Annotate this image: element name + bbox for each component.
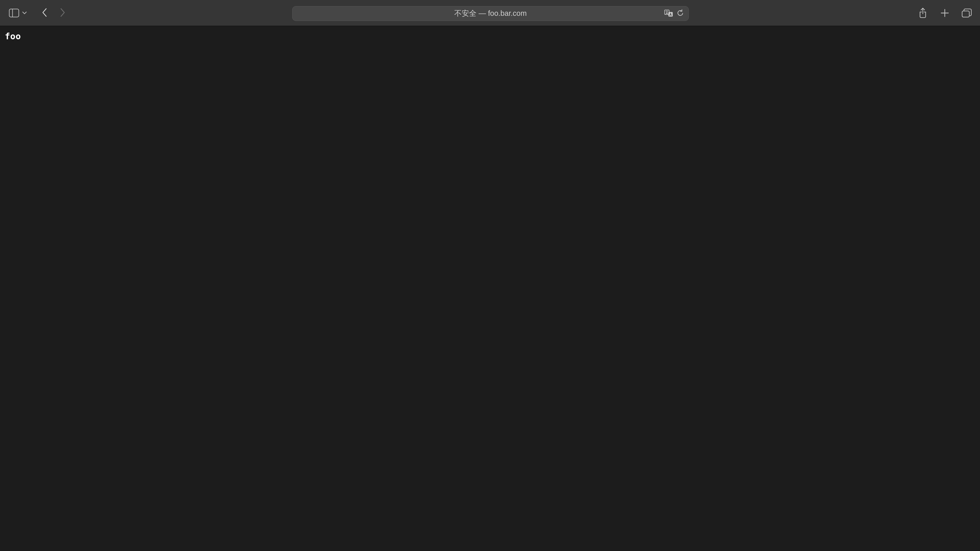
chevron-down-icon [22, 11, 27, 15]
address-domain: foo.bar.com [488, 9, 527, 17]
sidebar-toggle-group [8, 6, 27, 19]
translate-icon [664, 9, 673, 18]
reload-icon [677, 9, 684, 18]
share-icon [918, 7, 928, 19]
forward-button [58, 6, 68, 19]
back-button[interactable] [39, 6, 49, 19]
page-body-text: foo [5, 31, 21, 41]
new-tab-button[interactable] [938, 6, 952, 19]
svg-rect-8 [962, 11, 969, 17]
page-viewport: foo [0, 26, 980, 551]
address-bar-right-icons [663, 6, 686, 21]
translate-button[interactable] [663, 8, 674, 19]
chevron-right-icon [60, 8, 65, 18]
address-security-prefix: 不安全 — [454, 9, 488, 17]
share-button[interactable] [916, 6, 930, 19]
tab-overview-button[interactable] [959, 6, 974, 19]
chevron-left-icon [41, 8, 47, 18]
tab-overview-icon [962, 8, 972, 17]
sidebar-toggle-button[interactable] [8, 6, 21, 19]
address-bar-text: 不安全 — foo.bar.com [454, 8, 527, 19]
sidebar-dropdown-button[interactable] [21, 6, 27, 19]
browser-toolbar: 不安全 — foo.bar.com [0, 0, 980, 26]
nav-button-group [39, 6, 68, 19]
sidebar-icon [9, 9, 19, 17]
svg-rect-0 [9, 9, 19, 17]
address-bar[interactable]: 不安全 — foo.bar.com [292, 6, 689, 21]
toolbar-right-group [916, 0, 974, 26]
toolbar-left-group [0, 6, 68, 19]
plus-icon [940, 8, 950, 17]
reload-button[interactable] [675, 8, 686, 19]
